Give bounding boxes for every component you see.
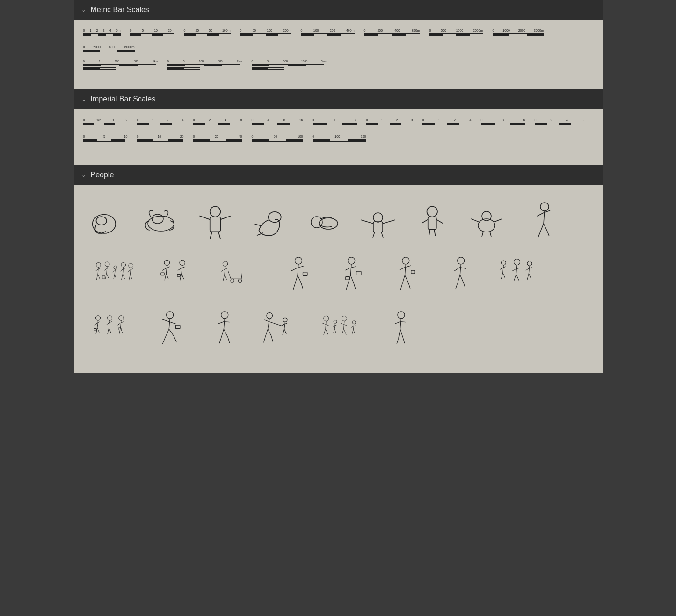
imp-scale-2[interactable]: 01/212 bbox=[83, 118, 128, 125]
people-title: People bbox=[91, 171, 114, 179]
svg-rect-49 bbox=[303, 272, 307, 276]
svg-point-64 bbox=[167, 312, 174, 319]
imperial-scale-row-1: 01/212 0124 0248 04816 bbox=[83, 118, 593, 125]
imp-scale-8[interactable]: 0248 bbox=[193, 118, 242, 125]
metric-scale-1000m[interactable]: 050010002000m bbox=[429, 29, 483, 36]
metric-scale-800m[interactable]: 0200400800m bbox=[364, 29, 420, 36]
metric-scale-400m[interactable]: 0100200400m bbox=[301, 29, 355, 36]
svg-point-50 bbox=[348, 257, 355, 264]
person-figure-walking-1[interactable] bbox=[517, 199, 564, 246]
person-figure-stroller[interactable] bbox=[211, 253, 267, 300]
imp-scale-4b[interactable]: 0124 bbox=[422, 118, 472, 125]
svg-line-6 bbox=[199, 216, 210, 220]
svg-point-21 bbox=[427, 206, 437, 217]
imperial-bar-scales-header[interactable]: ⌄ Imperial Bar Scales bbox=[74, 89, 603, 109]
people-section: ⌄ People bbox=[74, 165, 603, 373]
imp-scale-8b[interactable]: 0248 bbox=[535, 118, 584, 125]
metric-scale-2km-detail[interactable]: 051005002km bbox=[167, 60, 242, 71]
imp-scale-10[interactable]: 0510 bbox=[83, 135, 128, 142]
person-figure-baby-topview-2[interactable] bbox=[138, 199, 184, 246]
people-header[interactable]: ⌄ People bbox=[74, 165, 603, 185]
svg-line-30 bbox=[494, 219, 502, 222]
metric-bar-scales-header[interactable]: ⌄ Metric Bar Scales bbox=[74, 0, 603, 20]
svg-point-44 bbox=[223, 261, 228, 267]
imperial-bar-scales-content: 01/212 0124 0248 04816 bbox=[74, 109, 603, 165]
people-grid bbox=[83, 194, 593, 359]
svg-line-26 bbox=[434, 230, 435, 236]
svg-point-66 bbox=[221, 312, 228, 319]
person-figure-topview-bent[interactable] bbox=[246, 199, 293, 246]
svg-line-69 bbox=[274, 323, 281, 326]
person-figure-standing-1[interactable] bbox=[378, 307, 425, 354]
person-figure-briefcase-walk[interactable] bbox=[328, 253, 375, 300]
imp-scale-40[interactable]: 02040 bbox=[193, 135, 242, 142]
svg-line-25 bbox=[429, 230, 430, 236]
svg-line-18 bbox=[383, 220, 395, 224]
person-figure-family-1[interactable] bbox=[83, 253, 144, 300]
person-figure-walk-2[interactable] bbox=[201, 307, 248, 354]
svg-line-8 bbox=[210, 232, 212, 239]
imp-scale-4[interactable]: 0124 bbox=[137, 118, 184, 125]
svg-point-68 bbox=[283, 318, 287, 322]
svg-point-37 bbox=[114, 266, 117, 269]
svg-line-11 bbox=[254, 224, 262, 226]
metric-scale-6km[interactable]: 0200040006000m bbox=[83, 45, 135, 52]
imp-scale-100[interactable]: 050100 bbox=[252, 135, 303, 142]
person-figure-casual[interactable] bbox=[437, 253, 484, 300]
imp-scale-3[interactable]: 0123 bbox=[366, 118, 413, 125]
metric-scale-5km-detail[interactable]: 05050010005km bbox=[252, 60, 327, 71]
svg-point-62 bbox=[118, 316, 124, 321]
metric-scale-200m[interactable]: 050100200m bbox=[240, 29, 291, 36]
person-figure-topview-fetal[interactable] bbox=[300, 199, 347, 246]
svg-point-15 bbox=[373, 213, 383, 222]
metric-scale-3km[interactable]: 0100020003000m bbox=[493, 29, 544, 36]
svg-rect-5 bbox=[210, 217, 220, 232]
svg-line-23 bbox=[422, 219, 428, 223]
svg-point-42 bbox=[179, 260, 184, 265]
svg-rect-36 bbox=[102, 275, 105, 279]
people-chevron-icon: ⌄ bbox=[81, 172, 86, 178]
svg-rect-41 bbox=[160, 273, 164, 275]
person-figure-topview-arms-wide[interactable] bbox=[355, 199, 401, 246]
person-figure-topview-standing[interactable] bbox=[409, 199, 456, 246]
person-figure-business-group[interactable] bbox=[83, 307, 139, 354]
person-figure-stride-briefcase[interactable] bbox=[147, 307, 194, 354]
svg-point-46 bbox=[238, 279, 242, 283]
metric-bar-scales-title: Metric Bar Scales bbox=[91, 6, 149, 14]
svg-point-40 bbox=[164, 260, 169, 265]
svg-point-74 bbox=[398, 312, 405, 319]
imp-scale-2b[interactable]: 012 bbox=[313, 118, 357, 125]
metric-chevron-icon: ⌄ bbox=[81, 7, 86, 13]
metric-scale-1km-detail[interactable]: 011005001km bbox=[83, 60, 158, 71]
svg-rect-65 bbox=[176, 325, 180, 329]
svg-line-9 bbox=[218, 232, 220, 239]
person-figure-man-bag[interactable] bbox=[274, 253, 321, 300]
person-figure-family-2[interactable] bbox=[310, 307, 371, 354]
person-figure-topview-arms-1[interactable] bbox=[192, 199, 239, 246]
svg-point-73 bbox=[352, 321, 356, 324]
svg-point-39 bbox=[128, 263, 133, 268]
svg-line-29 bbox=[471, 219, 480, 222]
svg-point-45 bbox=[230, 279, 234, 283]
imperial-chevron-icon: ⌄ bbox=[81, 96, 86, 102]
metric-scale-20m[interactable]: 051020m bbox=[130, 29, 174, 36]
svg-rect-54 bbox=[411, 270, 415, 274]
metric-scale-row-2: 011005001km 051005002km bbox=[83, 60, 593, 71]
imp-scale-20[interactable]: 01020 bbox=[137, 135, 184, 142]
imp-scale-200[interactable]: 0100200 bbox=[313, 135, 366, 142]
imp-scale-16[interactable]: 04816 bbox=[252, 118, 303, 125]
person-figure-business-1[interactable] bbox=[383, 253, 429, 300]
person-figure-group-3[interactable] bbox=[491, 253, 543, 300]
person-figure-baby-topview-1[interactable] bbox=[83, 199, 130, 246]
svg-point-71 bbox=[334, 320, 337, 323]
imp-scale-6[interactable]: 036 bbox=[481, 118, 525, 125]
person-figure-couple-briefcase[interactable] bbox=[152, 253, 203, 300]
person-figure-woman-child[interactable] bbox=[255, 307, 302, 354]
metric-scale-row-1: 012345m 051020m 02550100m bbox=[83, 29, 593, 52]
metric-scale-100m[interactable]: 02550100m bbox=[184, 29, 231, 36]
svg-point-1 bbox=[96, 217, 107, 225]
svg-point-34 bbox=[96, 263, 101, 268]
metric-scale-5m[interactable]: 012345m bbox=[83, 29, 121, 36]
imperial-bar-scales-title: Imperial Bar Scales bbox=[91, 95, 156, 103]
person-figure-topview-bent-2[interactable] bbox=[463, 199, 510, 246]
